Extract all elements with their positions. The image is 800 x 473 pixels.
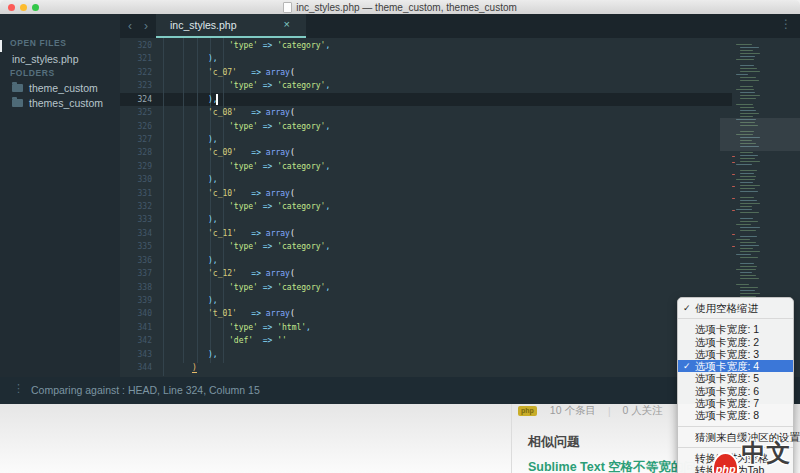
menu-item[interactable]: 选项卡宽度: 7 [678, 397, 793, 409]
menu-item-label: 选项卡宽度: 4 [695, 360, 759, 372]
open-files-header: OPEN FILES [10, 38, 67, 48]
menu-item[interactable]: 选项卡宽度: 3 [678, 348, 793, 360]
code-line[interactable]: ), [208, 133, 218, 146]
code-line[interactable]: 'type' => 'html', [229, 321, 311, 334]
code-line[interactable]: ), [208, 348, 218, 361]
code-line[interactable]: 'c_08' => array( [208, 106, 295, 119]
close-tab-icon[interactable]: × [284, 18, 290, 30]
code-line[interactable]: 'c_12' => array( [208, 267, 295, 280]
minimap-viewport[interactable] [720, 118, 800, 151]
minimap-change-marker [732, 156, 735, 157]
minimap-line [736, 164, 752, 165]
tab-inc-styles-php[interactable]: inc_styles.php × [156, 14, 306, 38]
menu-item[interactable]: 选项卡宽度: 6 [678, 385, 793, 397]
line-number: 325 [120, 106, 152, 119]
minimap-line [740, 182, 753, 183]
minimap-line [740, 257, 758, 258]
watermark-logo: php 中文网 [712, 437, 800, 473]
topic-tag-badge[interactable]: php [518, 406, 537, 416]
minimap-line [740, 287, 758, 288]
code-line[interactable]: 'c_11' => array( [208, 227, 295, 240]
minimap-line [740, 293, 760, 294]
minimap-line [740, 95, 760, 96]
entry-count: 10 个条目 [550, 404, 596, 418]
code-line[interactable]: ), [208, 93, 218, 106]
line-number: 330 [120, 173, 152, 186]
minimap-line [740, 56, 755, 57]
active-file-indicator [0, 40, 2, 52]
code-line[interactable]: 'c_09' => array( [208, 146, 295, 159]
folder-label: theme_custom [29, 82, 98, 94]
minimap-line [740, 65, 754, 66]
menu-item[interactable]: 选项卡宽度: 5 [678, 372, 793, 384]
minimap-line [740, 206, 752, 207]
code-line[interactable]: 'type' => 'category', [229, 39, 330, 52]
code-line[interactable]: ) [192, 361, 197, 374]
minimap-line [740, 248, 753, 249]
checkmark-icon: ✓ [683, 302, 691, 314]
code-line[interactable]: 'type' => 'category', [229, 240, 330, 253]
tab-label: inc_styles.php [170, 19, 237, 31]
line-number: 332 [120, 200, 152, 213]
code-line[interactable]: 'type' => 'category', [229, 281, 330, 294]
window-titlebar: inc_styles.php — theme_custom, themes_cu… [0, 0, 800, 15]
code-line[interactable]: 'type' => 'category', [229, 200, 330, 213]
menu-item-label: 选项卡宽度: 2 [695, 336, 759, 348]
checkmark-icon: ✓ [683, 360, 691, 372]
line-number: 320 [120, 39, 152, 52]
menu-item-label: 选项卡宽度: 1 [695, 323, 759, 335]
minimap-change-marker [732, 162, 735, 163]
code-line[interactable]: ), [208, 173, 218, 186]
code-line[interactable]: 'type' => 'category', [229, 160, 330, 173]
menu-item-label: 选项卡宽度: 5 [695, 372, 759, 384]
code-line[interactable]: ), [208, 52, 218, 65]
menu-item-label: 选项卡宽度: 8 [695, 409, 759, 421]
minimap-line [736, 284, 749, 285]
history-forward-icon[interactable]: › [144, 18, 148, 34]
menu-item[interactable]: 选项卡宽度: 1 [678, 323, 793, 335]
minimap-change-marker [732, 246, 735, 247]
overflow-menu-icon[interactable]: ⋮ [780, 17, 792, 31]
code-line[interactable]: ), [208, 213, 218, 226]
code-line[interactable]: 't_01' => array( [208, 307, 295, 320]
minimap-line [740, 98, 756, 99]
history-back-icon[interactable]: ‹ [128, 18, 132, 34]
menu-item[interactable]: ✓选项卡宽度: 4 [678, 360, 793, 372]
minimap-line [740, 113, 759, 114]
line-number: 322 [120, 66, 152, 79]
menu-item[interactable]: 选项卡宽度: 8 [678, 409, 793, 421]
menu-item[interactable]: 选项卡宽度: 2 [678, 336, 793, 348]
sidebar-item-open-file[interactable]: inc_styles.php [12, 53, 79, 65]
menu-item[interactable]: ✓使用空格缩进 [678, 302, 793, 314]
minimap-line [736, 89, 754, 90]
line-number: 327 [120, 133, 152, 146]
code-line[interactable]: 'type' => 'category', [229, 79, 330, 92]
line-number: 329 [120, 160, 152, 173]
code-line[interactable]: 'c_07' => array( [208, 66, 295, 79]
minimap-line [740, 263, 754, 264]
minimap-line [740, 278, 759, 279]
code-line[interactable]: ), [208, 294, 218, 307]
sidebar-item-folder-themes-custom[interactable]: themes_custom [12, 97, 103, 109]
minimap-line [740, 176, 756, 177]
line-number: 324 [120, 93, 152, 106]
menu-item-label: 选项卡宽度: 7 [695, 397, 759, 409]
line-number: 334 [120, 227, 152, 240]
minimap-line [740, 86, 753, 87]
code-line[interactable]: 'type' => 'category', [229, 120, 330, 133]
line-number: 336 [120, 254, 152, 267]
status-menu-icon[interactable]: ⋮ [13, 382, 24, 395]
minimap-line [736, 239, 750, 240]
line-number: 341 [120, 321, 152, 334]
minimap-line [740, 155, 758, 156]
line-number: 339 [120, 294, 152, 307]
code-line[interactable]: ), [208, 254, 218, 267]
minimap-change-marker [732, 198, 735, 199]
line-number: 342 [120, 334, 152, 347]
code-line[interactable]: 'def' => '' [229, 334, 287, 347]
minimap-line [740, 242, 756, 243]
minimap-line [740, 191, 758, 192]
minimap-line [736, 179, 755, 180]
sidebar-item-folder-theme-custom[interactable]: theme_custom [12, 82, 98, 94]
code-line[interactable]: 'c_10' => array( [208, 187, 295, 200]
